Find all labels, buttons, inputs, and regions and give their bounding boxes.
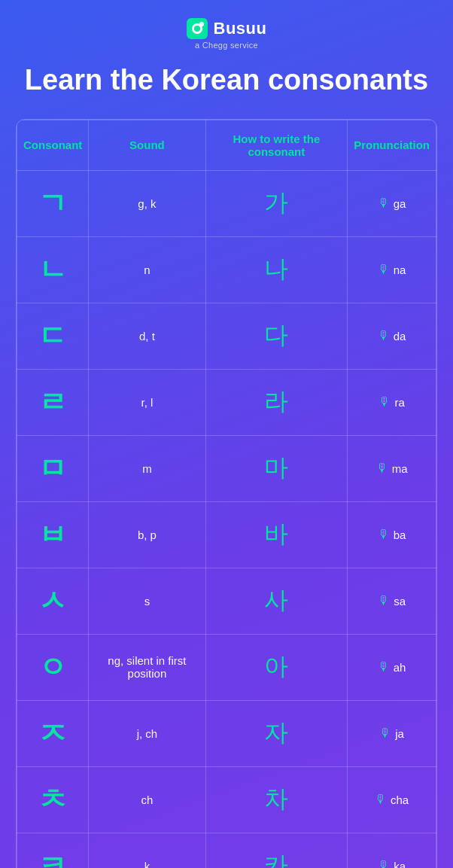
- header-consonant: Consonant: [17, 120, 89, 170]
- sound-cell: k: [89, 833, 205, 868]
- consonant-cell: ㄱ: [17, 170, 89, 236]
- mic-icon: 🎙: [378, 859, 390, 868]
- write-cell: 마: [205, 435, 348, 501]
- consonant-cell: ㅋ: [17, 833, 89, 868]
- table-row: ㄹr, l라🎙ra: [17, 369, 436, 435]
- mic-icon: 🎙: [378, 263, 390, 276]
- write-cell: 나: [205, 236, 348, 303]
- pronunciation-cell[interactable]: 🎙ba: [348, 501, 436, 568]
- pronunciation-text: sa: [394, 595, 406, 608]
- consonant-cell: ㄷ: [17, 303, 89, 369]
- consonants-table-wrapper: Consonant Sound How to write the consona…: [16, 119, 437, 868]
- logo-area: Busuu a Chegg service: [187, 18, 267, 50]
- pronunciation-cell[interactable]: 🎙ma: [348, 435, 436, 501]
- sound-cell: g, k: [89, 170, 205, 236]
- svg-point-3: [199, 22, 204, 26]
- sound-cell: ng, silent in first position: [89, 634, 205, 700]
- consonant-cell: ㅊ: [17, 766, 89, 833]
- table-row: ㅋk카🎙ka: [17, 833, 436, 868]
- mic-icon: 🎙: [378, 528, 390, 541]
- consonant-cell: ㅂ: [17, 501, 89, 568]
- pronunciation-cell[interactable]: 🎙cha: [348, 766, 436, 833]
- table-row: ㄴn나🎙na: [17, 236, 436, 303]
- mic-icon: 🎙: [379, 726, 391, 740]
- pronunciation-cell[interactable]: 🎙ja: [348, 700, 436, 766]
- sound-cell: d, t: [89, 303, 205, 369]
- consonant-cell: ㅅ: [17, 568, 89, 634]
- write-cell: 라: [205, 369, 348, 435]
- logo-text: Busuu: [214, 19, 267, 38]
- pronunciation-cell[interactable]: 🎙sa: [348, 568, 436, 634]
- write-cell: 다: [205, 303, 348, 369]
- pronunciation-text: ka: [394, 860, 406, 868]
- pronunciation-text: ra: [394, 396, 404, 409]
- table-row: ㅈj, ch자🎙ja: [17, 700, 436, 766]
- table-header-row: Consonant Sound How to write the consona…: [17, 120, 436, 170]
- table-row: ㅁm마🎙ma: [17, 435, 436, 501]
- logo-row: Busuu: [187, 18, 267, 39]
- mic-icon: 🎙: [378, 594, 390, 608]
- table-row: ㅊch차🎙cha: [17, 766, 436, 833]
- pronunciation-text: ah: [394, 661, 406, 674]
- pronunciation-text: ba: [394, 528, 406, 541]
- mic-icon: 🎙: [376, 461, 388, 475]
- consonants-table: Consonant Sound How to write the consona…: [17, 120, 436, 868]
- pronunciation-text: na: [394, 263, 406, 276]
- write-cell: 카: [205, 833, 348, 868]
- sound-cell: s: [89, 568, 205, 634]
- header-how-to-write: How to write the consonant: [205, 120, 348, 170]
- pronunciation-cell[interactable]: 🎙ah: [348, 634, 436, 700]
- table-row: ㄱg, k가🎙ga: [17, 170, 436, 236]
- sound-cell: r, l: [89, 369, 205, 435]
- mic-icon: 🎙: [378, 196, 390, 210]
- header-pronunciation: Pronunciation: [348, 120, 436, 170]
- sound-cell: j, ch: [89, 700, 205, 766]
- pronunciation-cell[interactable]: 🎙ra: [348, 369, 436, 435]
- table-row: ㅂb, p바🎙ba: [17, 501, 436, 568]
- pronunciation-cell[interactable]: 🎙ka: [348, 833, 436, 868]
- write-cell: 바: [205, 501, 348, 568]
- pronunciation-cell[interactable]: 🎙da: [348, 303, 436, 369]
- sound-cell: n: [89, 236, 205, 303]
- sound-cell: ch: [89, 766, 205, 833]
- consonant-cell: ㄴ: [17, 236, 89, 303]
- busuu-logo-icon: [187, 18, 208, 39]
- write-cell: 가: [205, 170, 348, 236]
- pronunciation-text: ja: [395, 727, 404, 740]
- mic-icon: 🎙: [379, 395, 391, 409]
- consonant-cell: ㅈ: [17, 700, 89, 766]
- pronunciation-cell[interactable]: 🎙ga: [348, 170, 436, 236]
- consonant-cell: ㅁ: [17, 435, 89, 501]
- svg-point-2: [194, 26, 200, 32]
- consonant-cell: ㅇ: [17, 634, 89, 700]
- page-title: Learn the Korean consonants: [10, 63, 443, 98]
- write-cell: 사: [205, 568, 348, 634]
- sound-cell: b, p: [89, 501, 205, 568]
- pronunciation-text: da: [394, 330, 406, 343]
- sound-cell: m: [89, 435, 205, 501]
- table-row: ㅇng, silent in first position아🎙ah: [17, 634, 436, 700]
- mic-icon: 🎙: [378, 329, 390, 343]
- table-row: ㅅs사🎙sa: [17, 568, 436, 634]
- mic-icon: 🎙: [378, 660, 390, 674]
- logo-subtitle: a Chegg service: [195, 41, 258, 50]
- write-cell: 차: [205, 766, 348, 833]
- write-cell: 자: [205, 700, 348, 766]
- header-sound: Sound: [89, 120, 205, 170]
- pronunciation-cell[interactable]: 🎙na: [348, 236, 436, 303]
- table-row: ㄷd, t다🎙da: [17, 303, 436, 369]
- pronunciation-text: ga: [394, 197, 406, 210]
- write-cell: 아: [205, 634, 348, 700]
- consonant-cell: ㄹ: [17, 369, 89, 435]
- pronunciation-text: ma: [392, 462, 408, 475]
- pronunciation-text: cha: [391, 793, 409, 806]
- mic-icon: 🎙: [375, 793, 387, 806]
